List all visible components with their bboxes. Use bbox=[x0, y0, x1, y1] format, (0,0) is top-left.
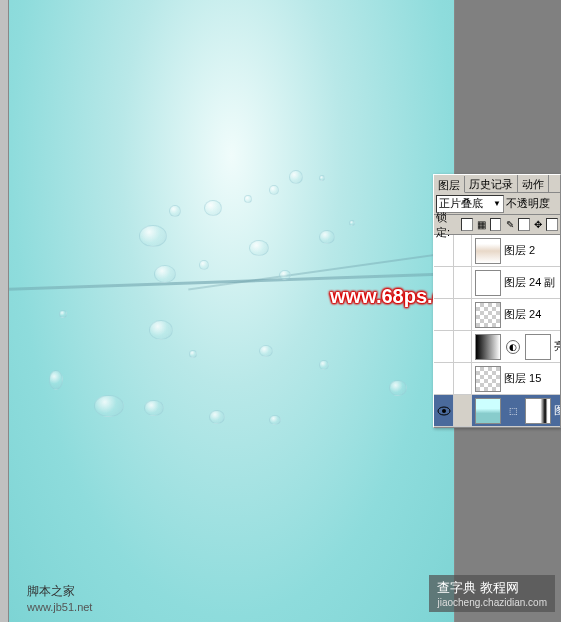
visibility-toggle[interactable] bbox=[434, 395, 454, 426]
layer-mask-thumbnail[interactable] bbox=[525, 334, 551, 360]
visibility-toggle[interactable] bbox=[434, 331, 454, 362]
move-icon: ✥ bbox=[533, 219, 544, 230]
layer-row[interactable]: 图层 2 bbox=[434, 235, 560, 267]
eye-icon bbox=[437, 406, 451, 416]
lock-pixels-checkbox[interactable] bbox=[490, 218, 502, 231]
layer-name[interactable]: 图层 2 bbox=[504, 243, 560, 258]
layer-name[interactable]: 图层 24 副 bbox=[504, 275, 560, 290]
layer-thumbnail[interactable] bbox=[475, 302, 501, 328]
visibility-toggle[interactable] bbox=[434, 235, 454, 266]
transparency-icon: ▦ bbox=[476, 219, 487, 230]
visibility-toggle[interactable] bbox=[434, 267, 454, 298]
watermark-url: www.jb51.net bbox=[27, 601, 92, 613]
layer-thumbnail[interactable] bbox=[475, 366, 501, 392]
link-toggle[interactable] bbox=[454, 331, 472, 362]
tab-actions[interactable]: 动作 bbox=[518, 175, 549, 192]
canvas[interactable]: 脚本之家 www.jb51.net bbox=[8, 0, 455, 622]
layer-name[interactable]: 图层 24 bbox=[504, 307, 560, 322]
link-toggle[interactable] bbox=[454, 363, 472, 394]
watermark-bottom-right: 查字典 教程网 jiaocheng.chazidian.com bbox=[429, 575, 555, 612]
mask-link-icon[interactable]: ⬚ bbox=[506, 404, 520, 418]
brush-icon: ✎ bbox=[504, 219, 515, 230]
layer-row[interactable]: ◐ 亮... bbox=[434, 331, 560, 363]
visibility-toggle[interactable] bbox=[434, 363, 454, 394]
lock-transparency-checkbox[interactable] bbox=[461, 218, 473, 231]
watermark-bottom-left: 脚本之家 www.jb51.net bbox=[27, 583, 92, 614]
tab-layers[interactable]: 图层 bbox=[434, 176, 465, 193]
link-toggle[interactable] bbox=[454, 267, 472, 298]
layer-thumbnail[interactable] bbox=[475, 270, 501, 296]
svg-point-1 bbox=[442, 409, 446, 413]
watermark-title: 脚本之家 bbox=[27, 584, 75, 598]
layers-panel: 图层 历史记录 动作 正片叠底 ▼ 不透明度 锁定: ▦ ✎ ✥ 图层 2 bbox=[433, 174, 561, 428]
adjustment-icon: ◐ bbox=[506, 340, 520, 354]
lock-position-checkbox[interactable] bbox=[518, 218, 530, 231]
layer-mask-thumbnail[interactable] bbox=[525, 398, 551, 424]
layer-row[interactable]: 图层 15 bbox=[434, 363, 560, 395]
layer-list: 图层 2 图层 24 副 图层 24 ◐ 亮... 图层 15 bbox=[434, 235, 560, 427]
lock-row: 锁定: ▦ ✎ ✥ bbox=[434, 215, 560, 235]
layer-name[interactable]: 亮... bbox=[554, 339, 560, 354]
panel-tabs: 图层 历史记录 动作 bbox=[434, 175, 560, 193]
layer-row[interactable]: 图层 24 副 bbox=[434, 267, 560, 299]
visibility-toggle[interactable] bbox=[434, 299, 454, 330]
link-toggle[interactable] bbox=[454, 235, 472, 266]
layer-name[interactable]: 图层... bbox=[554, 403, 560, 418]
link-toggle[interactable] bbox=[454, 299, 472, 330]
lock-all-checkbox[interactable] bbox=[546, 218, 558, 231]
watermark-br-title: 查字典 教程网 bbox=[437, 580, 519, 595]
layer-row[interactable]: ⬚ 图层... bbox=[434, 395, 560, 427]
layer-thumbnail[interactable] bbox=[475, 238, 501, 264]
layer-thumbnail[interactable] bbox=[475, 334, 501, 360]
tab-history[interactable]: 历史记录 bbox=[465, 175, 518, 192]
layer-thumbnail[interactable] bbox=[475, 398, 501, 424]
layer-row[interactable]: 图层 24 bbox=[434, 299, 560, 331]
watermark-br-url: jiaocheng.chazidian.com bbox=[437, 597, 547, 608]
opacity-label: 不透明度 bbox=[506, 196, 550, 211]
layer-name[interactable]: 图层 15 bbox=[504, 371, 560, 386]
link-toggle[interactable] bbox=[454, 395, 472, 426]
chevron-down-icon: ▼ bbox=[493, 199, 501, 208]
